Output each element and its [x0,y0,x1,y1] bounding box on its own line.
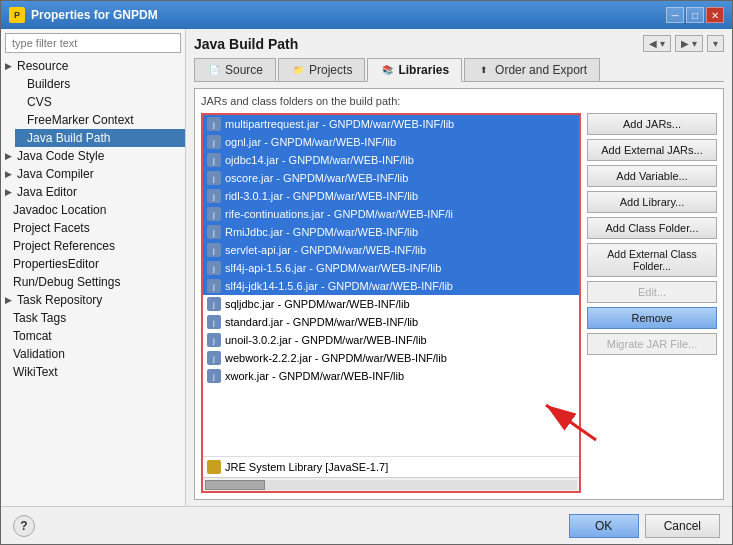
sidebar-item-task-tags[interactable]: Task Tags [1,309,185,327]
expand-arrow-task-repo: ▶ [5,295,17,305]
jar-label-rmijdbc: RmiJdbc.jar - GNPDM/war/WEB-INF/lib [225,226,418,238]
sidebar-item-project-facets[interactable]: Project Facets [1,219,185,237]
jar-label-ridl: ridl-3.0.1.jar - GNPDM/war/WEB-INF/lib [225,190,418,202]
add-external-jars-button[interactable]: Add External JARs... [587,139,717,161]
jar-label-slf4j-jdk14: slf4j-jdk14-1.5.6.jar - GNPDM/war/WEB-IN… [225,280,453,292]
remove-button[interactable]: Remove [587,307,717,329]
bottom-bar: ? OK Cancel [1,506,732,544]
expand-arrow-code-style: ▶ [5,151,17,161]
jar-icon: j [207,171,221,185]
jar-icon: j [207,135,221,149]
window-title: Properties for GNPDM [31,8,158,22]
jar-icon: j [207,225,221,239]
add-library-button[interactable]: Add Library... [587,191,717,213]
jre-icon [207,460,221,474]
tab-libraries[interactable]: 📚 Libraries [367,58,462,82]
jar-item-slf4j-api[interactable]: j slf4j-api-1.5.6.jar - GNPDM/war/WEB-IN… [203,259,579,277]
bottom-right: OK Cancel [569,514,720,538]
help-button[interactable]: ? [13,515,35,537]
edit-button[interactable]: Edit... [587,281,717,303]
jar-item-ridl[interactable]: j ridl-3.0.1.jar - GNPDM/war/WEB-INF/lib [203,187,579,205]
jar-label-xwork: xwork.jar - GNPDM/war/WEB-INF/lib [225,370,404,382]
sidebar-item-properties-editor[interactable]: PropertiesEditor [1,255,185,273]
jar-icon: j [207,279,221,293]
jar-icon: j [207,189,221,203]
add-variable-button[interactable]: Add Variable... [587,165,717,187]
sidebar-item-builders[interactable]: Builders [15,75,185,93]
jar-item-webwork[interactable]: j webwork-2.2.2.jar - GNPDM/war/WEB-INF/… [203,349,579,367]
forward-button[interactable]: ▶ ▾ [675,35,703,52]
jar-item-ognl[interactable]: j ognl.jar - GNPDM/war/WEB-INF/lib [203,133,579,151]
jar-item-oscore[interactable]: j oscore.jar - GNPDM/war/WEB-INF/lib [203,169,579,187]
jar-label-webwork: webwork-2.2.2.jar - GNPDM/war/WEB-INF/li… [225,352,447,364]
jar-item-rmijdbc[interactable]: j RmiJdbc.jar - GNPDM/war/WEB-INF/lib [203,223,579,241]
jre-item[interactable]: JRE System Library [JavaSE-1.7] [203,456,579,477]
sidebar-item-javadoc[interactable]: Javadoc Location [1,201,185,219]
jar-item-servlet-api[interactable]: j servlet-api.jar - GNPDM/war/WEB-INF/li… [203,241,579,259]
jar-item-sqljdbc[interactable]: j sqljdbc.jar - GNPDM/war/WEB-INF/lib [203,295,579,313]
tab-source[interactable]: 📄 Source [194,58,276,81]
jar-list[interactable]: j multipartrequest.jar - GNPDM/war/WEB-I… [203,115,579,456]
sidebar-item-freemarker[interactable]: FreeMarker Context [15,111,185,129]
sidebar-item-task-repository[interactable]: ▶ Task Repository [1,291,185,309]
add-jars-button[interactable]: Add JARs... [587,113,717,135]
jar-list-container: j multipartrequest.jar - GNPDM/war/WEB-I… [201,113,581,493]
jar-item-ojdbc14[interactable]: j ojdbc14.jar - GNPDM/war/WEB-INF/lib [203,151,579,169]
filter-input[interactable] [5,33,181,53]
sidebar-item-wikitext[interactable]: WikiText [1,363,185,381]
jar-item-multipartrequest[interactable]: j multipartrequest.jar - GNPDM/war/WEB-I… [203,115,579,133]
jar-item-standard[interactable]: j standard.jar - GNPDM/war/WEB-INF/lib [203,313,579,331]
sidebar-item-run-debug[interactable]: Run/Debug Settings [1,273,185,291]
cancel-button[interactable]: Cancel [645,514,720,538]
jar-icon: j [207,207,221,221]
sidebar-item-java-build-path[interactable]: Java Build Path [15,129,185,147]
tab-projects-label: Projects [309,63,352,77]
order-export-tab-icon: ⬆ [477,63,491,77]
resource-children: Builders CVS FreeMarker Context Java Bui… [1,75,185,147]
jar-icon: j [207,243,221,257]
jar-item-rife[interactable]: j rife-continuations.jar - GNPDM/war/WEB… [203,205,579,223]
close-button[interactable]: ✕ [706,7,724,23]
main-content: ▶ Resource Builders CVS FreeMarker Conte… [1,29,732,506]
jar-icon: j [207,351,221,365]
window-controls: ─ □ ✕ [666,7,724,23]
horizontal-scrollbar[interactable] [203,477,579,491]
tab-order-export-label: Order and Export [495,63,587,77]
libraries-tab-icon: 📚 [380,63,394,77]
jar-item-slf4j-jdk14[interactable]: j slf4j-jdk14-1.5.6.jar - GNPDM/war/WEB-… [203,277,579,295]
minimize-button[interactable]: ─ [666,7,684,23]
jar-icon: j [207,117,221,131]
projects-tab-icon: 📁 [291,63,305,77]
sidebar-item-project-references[interactable]: Project References [1,237,185,255]
back-button[interactable]: ◀ ▾ [643,35,671,52]
expand-arrow-editor: ▶ [5,187,17,197]
sidebar-item-validation[interactable]: Validation [1,345,185,363]
jar-label-oscore: oscore.jar - GNPDM/war/WEB-INF/lib [225,172,408,184]
sidebar-item-java-compiler[interactable]: ▶ Java Compiler [1,165,185,183]
add-class-folder-button[interactable]: Add Class Folder... [587,217,717,239]
window-icon: P [9,7,25,23]
h-scroll-track [205,480,577,490]
sidebar-item-resource[interactable]: ▶ Resource [1,57,185,75]
add-external-class-folder-button[interactable]: Add External Class Folder... [587,243,717,277]
jar-label-sqljdbc: sqljdbc.jar - GNPDM/war/WEB-INF/lib [225,298,410,310]
tab-projects[interactable]: 📁 Projects [278,58,365,81]
jar-icon: j [207,333,221,347]
panel-description: JARs and class folders on the build path… [201,95,717,107]
sidebar-item-java-code-style[interactable]: ▶ Java Code Style [1,147,185,165]
tab-order-export[interactable]: ⬆ Order and Export [464,58,600,81]
jar-icon: j [207,153,221,167]
jar-label-ojdbc14: ojdbc14.jar - GNPDM/war/WEB-INF/lib [225,154,414,166]
maximize-button[interactable]: □ [686,7,704,23]
jar-item-xwork[interactable]: j xwork.jar - GNPDM/war/WEB-INF/lib [203,367,579,385]
ok-button[interactable]: OK [569,514,639,538]
menu-button[interactable]: ▾ [707,35,724,52]
sidebar-item-tomcat[interactable]: Tomcat [1,327,185,345]
sidebar-item-cvs[interactable]: CVS [15,93,185,111]
jre-label: JRE System Library [JavaSE-1.7] [225,461,388,473]
sidebar-item-java-editor[interactable]: ▶ Java Editor [1,183,185,201]
migrate-jar-button[interactable]: Migrate JAR File... [587,333,717,355]
jar-item-unoil[interactable]: j unoil-3.0.2.jar - GNPDM/war/WEB-INF/li… [203,331,579,349]
expand-arrow-resource: ▶ [5,61,17,71]
h-scroll-thumb[interactable] [205,480,265,490]
